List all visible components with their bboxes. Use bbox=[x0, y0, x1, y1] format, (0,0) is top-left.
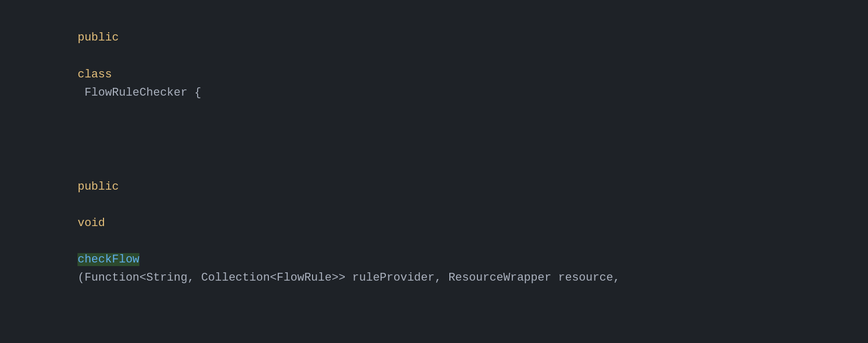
keyword-public: public bbox=[77, 31, 119, 44]
keyword-class: class bbox=[77, 68, 112, 81]
code-text-4: Context context, DefaultNode node, int c… bbox=[36, 306, 868, 343]
code-editor: public class FlowRuleChecker { public vo… bbox=[0, 0, 868, 343]
code-line-3: public void checkFlow (Function<String, … bbox=[0, 141, 868, 306]
method-checkflow: checkFlow bbox=[77, 253, 139, 266]
code-line-1: public class FlowRuleChecker { bbox=[0, 10, 868, 120]
code-line-4: Context context, DefaultNode node, int c… bbox=[0, 306, 868, 343]
code-text-3: public void checkFlow (Function<String, … bbox=[36, 141, 868, 306]
code-line-blank1 bbox=[0, 120, 868, 141]
code-text-1: public class FlowRuleChecker { bbox=[36, 10, 868, 120]
keyword-public2: public bbox=[77, 180, 119, 193]
keyword-void: void bbox=[77, 217, 105, 230]
